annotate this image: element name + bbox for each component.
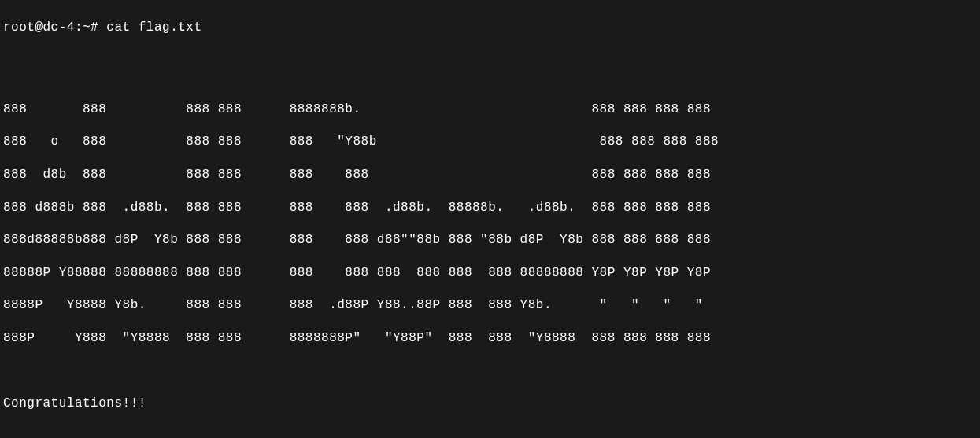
ascii-art-line4: 888 d888b 888 .d88b. 888 888 888 888 .d8… [3, 200, 977, 216]
ascii-art-line1: 888 888 888 888 8888888b. 888 888 888 88… [3, 101, 977, 118]
ascii-art-line3: 888 d8b 888 888 888 888 888 888 888 888 … [3, 167, 977, 183]
ascii-art-line8: 888P Y888 "Y8888 888 888 8888888P" "Y88P… [3, 330, 977, 347]
ascii-art-line5: 888d88888b888 d8P Y8b 888 888 888 888 d8… [3, 232, 977, 248]
ascii-art-line7: 8888P Y8888 Y8b. 888 888 888 .d88P Y88..… [3, 297, 977, 314]
congrats-text: Congratulations!!! [3, 396, 977, 412]
ascii-art-line2: 888 o 888 888 888 888 "Y88b 888 888 888 … [3, 134, 977, 150]
command-text: cat flag.txt [106, 20, 202, 36]
terminal-output[interactable]: root@dc-4:~# cat flag.txt 888 888 888 88… [3, 3, 977, 438]
shell-prompt: root@dc-4:~# [3, 20, 106, 36]
ascii-art-line6: 88888P Y88888 88888888 888 888 888 888 8… [3, 265, 977, 282]
